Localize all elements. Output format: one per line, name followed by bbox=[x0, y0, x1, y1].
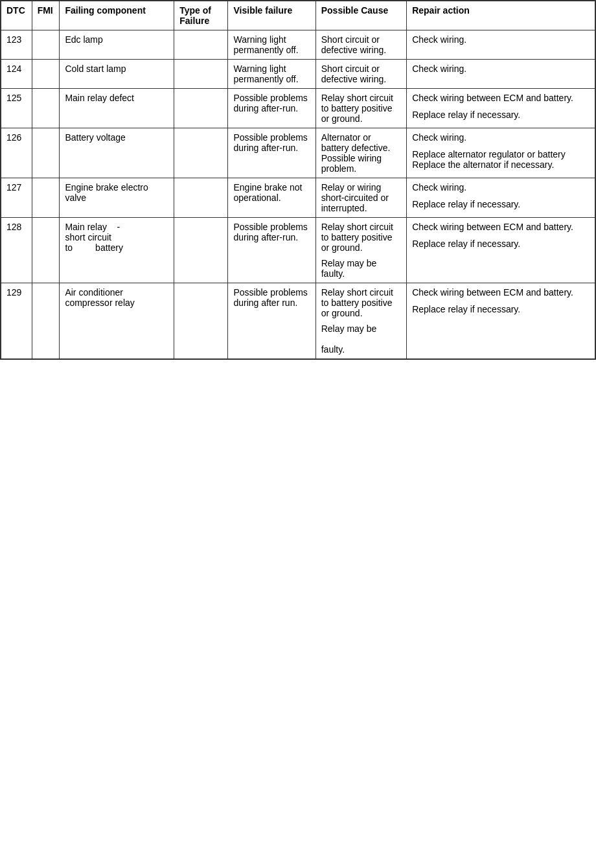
cell-visible: Warning light permanently off. bbox=[228, 30, 315, 60]
cell-type bbox=[174, 283, 228, 360]
cell-type bbox=[174, 60, 228, 89]
table-row: 124Cold start lampWarning light permanen… bbox=[1, 60, 595, 89]
cell-fmi bbox=[32, 89, 60, 128]
cell-cause: Short circuit or defective wiring. bbox=[315, 60, 406, 89]
cell-cause: Short circuit or defective wiring. bbox=[315, 30, 406, 60]
cell-dtc: 124 bbox=[1, 60, 32, 89]
cell-cause: Relay short circuit to battery positive … bbox=[315, 89, 406, 128]
cell-dtc: 126 bbox=[1, 128, 32, 178]
cell-visible: Possible problems during after-run. bbox=[228, 128, 315, 178]
cell-failing: Main relay - short circuit to battery bbox=[60, 218, 174, 283]
cell-dtc: 127 bbox=[1, 178, 32, 218]
cell-dtc: 129 bbox=[1, 283, 32, 360]
cell-visible: Warning light permanently off. bbox=[228, 60, 315, 89]
cell-failing: Main relay defect bbox=[60, 89, 174, 128]
cell-cause: Relay or wiring short-circuited or inter… bbox=[315, 178, 406, 218]
cell-failing: Edc lamp bbox=[60, 30, 174, 60]
table-row: 126Battery voltagePossible problems duri… bbox=[1, 128, 595, 178]
cell-repair: Check wiring.Replace alternator regulato… bbox=[407, 128, 595, 178]
cell-repair: Check wiring between ECM and battery.Rep… bbox=[407, 89, 595, 128]
cell-cause: Relay short circuit to battery positive … bbox=[315, 218, 406, 283]
cell-failing: Engine brake electro valve bbox=[60, 178, 174, 218]
cell-type bbox=[174, 128, 228, 178]
main-table: DTC FMI Failing component Type of Failur… bbox=[0, 0, 596, 360]
cell-fmi bbox=[32, 60, 60, 89]
cell-dtc: 128 bbox=[1, 218, 32, 283]
cell-visible: Possible problems during after run. bbox=[228, 283, 315, 360]
cell-type bbox=[174, 89, 228, 128]
table-row: 129Air conditioner compressor relayPossi… bbox=[1, 283, 595, 360]
cell-fmi bbox=[32, 30, 60, 60]
header-failing: Failing component bbox=[60, 1, 174, 30]
cell-repair: Check wiring.Replace relay if necessary. bbox=[407, 178, 595, 218]
cell-type bbox=[174, 178, 228, 218]
cell-repair: Check wiring. bbox=[407, 30, 595, 60]
table-row: 123Edc lampWarning light permanently off… bbox=[1, 30, 595, 60]
cell-failing: Air conditioner compressor relay bbox=[60, 283, 174, 360]
cell-type bbox=[174, 30, 228, 60]
cell-visible: Engine brake not operational. bbox=[228, 178, 315, 218]
cell-visible: Possible problems during after-run. bbox=[228, 218, 315, 283]
cell-repair: Check wiring between ECM and battery.Rep… bbox=[407, 218, 595, 283]
cell-fmi bbox=[32, 283, 60, 360]
cell-visible: Possible problems during after-run. bbox=[228, 89, 315, 128]
table-row: 128Main relay - short circuit to battery… bbox=[1, 218, 595, 283]
cell-fmi bbox=[32, 128, 60, 178]
header-dtc: DTC bbox=[1, 1, 32, 30]
header-fmi: FMI bbox=[32, 1, 60, 30]
cell-dtc: 123 bbox=[1, 30, 32, 60]
table-row: 125Main relay defectPossible problems du… bbox=[1, 89, 595, 128]
header-repair: Repair action bbox=[407, 1, 595, 30]
cell-cause: Alternator or battery defective. Possibl… bbox=[315, 128, 406, 178]
cell-failing: Battery voltage bbox=[60, 128, 174, 178]
header-visible: Visible failure bbox=[228, 1, 315, 30]
cell-fmi bbox=[32, 218, 60, 283]
cell-repair: Check wiring. bbox=[407, 60, 595, 89]
cell-failing: Cold start lamp bbox=[60, 60, 174, 89]
header-type: Type of Failure bbox=[174, 1, 228, 30]
cell-cause: Relay short circuit to battery positive … bbox=[315, 283, 406, 360]
table-row: 127Engine brake electro valveEngine brak… bbox=[1, 178, 595, 218]
header-cause: Possible Cause bbox=[315, 1, 406, 30]
cell-type bbox=[174, 218, 228, 283]
cell-repair: Check wiring between ECM and battery.Rep… bbox=[407, 283, 595, 360]
cell-fmi bbox=[32, 178, 60, 218]
cell-dtc: 125 bbox=[1, 89, 32, 128]
